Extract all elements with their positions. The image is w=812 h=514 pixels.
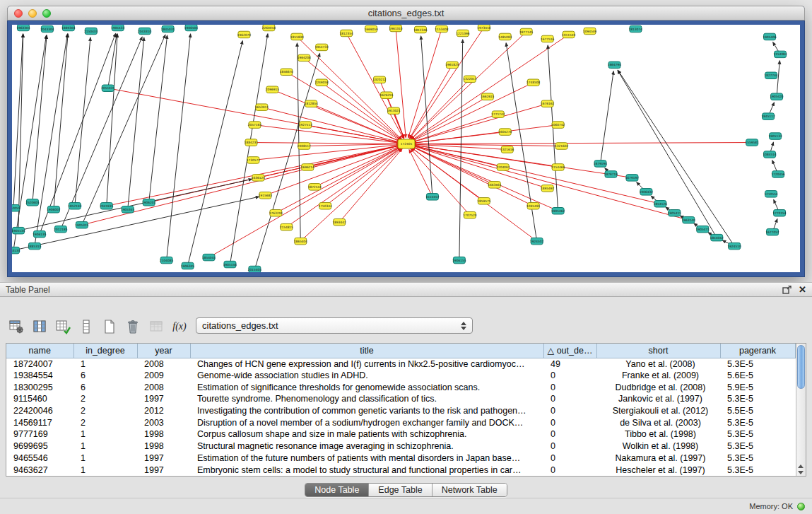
cell-title[interactable]: Embryonic stem cells: a model to study s… <box>190 464 543 476</box>
cell-in_degree[interactable]: 6 <box>73 381 137 393</box>
vertical-scrollbar[interactable] <box>796 344 806 476</box>
cell-name[interactable]: 18724007 <box>6 358 73 370</box>
graph-edge[interactable] <box>413 146 548 188</box>
column-header-title[interactable]: title <box>190 344 543 358</box>
cell-pagerank[interactable]: 5.3E-5 <box>720 393 795 405</box>
cell-year[interactable]: 1997 <box>137 464 190 476</box>
cell-in_degree[interactable]: 1 <box>73 358 137 370</box>
cell-short[interactable]: Franke et al. (2009) <box>596 370 720 382</box>
table-row[interactable]: 1872400712008Changes of HCN gene express… <box>6 358 795 370</box>
scrollbar-thumb[interactable] <box>797 345 805 389</box>
cell-name[interactable]: 14569117 <box>6 416 73 428</box>
cell-out_degree[interactable]: 0 <box>543 428 596 440</box>
panel-resize-handle[interactable] <box>398 278 415 281</box>
cell-name[interactable]: 22420046 <box>6 405 73 417</box>
zoom-window-button[interactable] <box>42 9 51 18</box>
cell-pagerank[interactable]: 5.3E-5 <box>720 440 795 452</box>
tab-network-table[interactable]: Network Table <box>433 484 507 496</box>
cell-short[interactable]: Nakamura et al. (1997) <box>596 452 720 465</box>
cell-pagerank[interactable]: 5.3E-5 <box>720 452 795 465</box>
cell-out_degree[interactable]: 0 <box>543 370 596 382</box>
column-header-in_degree[interactable]: in_degree <box>73 344 137 358</box>
cell-name[interactable]: 9463627 <box>6 464 73 476</box>
delete-table-icon[interactable] <box>124 317 142 336</box>
graph-edge[interactable] <box>188 41 243 266</box>
scrollbar-arrows[interactable] <box>796 465 806 474</box>
cell-in_degree[interactable]: 2 <box>73 416 137 428</box>
float-panel-icon[interactable] <box>782 286 792 294</box>
cell-pagerank[interactable]: 5.3E-5 <box>720 428 795 440</box>
cell-out_degree[interactable]: 49 <box>543 358 596 370</box>
column-header-year[interactable]: year <box>137 344 190 358</box>
graph-edge[interactable] <box>409 150 433 197</box>
cell-short[interactable]: Yano et al. (2008) <box>596 358 720 370</box>
cell-title[interactable]: Disruption of a novel member of a sodium… <box>190 416 543 428</box>
function-builder-icon[interactable]: f(x) <box>170 317 189 336</box>
cell-in_degree[interactable]: 1 <box>73 452 137 465</box>
create-column-icon[interactable] <box>54 317 72 336</box>
cell-name[interactable]: 9699695 <box>6 440 73 452</box>
column-header-name[interactable]: name <box>6 344 73 358</box>
graph-edge[interactable] <box>506 43 537 241</box>
cell-year[interactable]: 2008 <box>137 381 190 393</box>
new-table-icon[interactable] <box>100 317 119 336</box>
table-row[interactable]: 969969511998Structural magnetic resonanc… <box>6 440 795 452</box>
graph-edge[interactable] <box>254 54 319 270</box>
cell-pagerank[interactable]: 5.3E-5 <box>720 416 795 428</box>
graph-edge[interactable] <box>276 147 401 214</box>
cell-in_degree[interactable]: 1 <box>73 464 137 476</box>
scroll-up-icon[interactable] <box>798 465 804 468</box>
graph-edge[interactable] <box>107 34 117 206</box>
cell-out_degree[interactable]: 0 <box>543 393 596 405</box>
table-row[interactable]: 1456911722003Disruption of a novel membe… <box>6 416 795 428</box>
cell-in_degree[interactable]: 1 <box>73 428 137 440</box>
graph-edge[interactable] <box>300 148 401 242</box>
table-row[interactable]: 977716911998Corpus callosum shape and si… <box>6 428 795 440</box>
tab-node-table[interactable]: Node Table <box>305 484 369 496</box>
graph-edge[interactable] <box>412 83 534 141</box>
table-row[interactable]: 946554611997Estimation of the future num… <box>6 452 795 465</box>
cell-year[interactable]: 1998 <box>137 440 190 452</box>
table-row[interactable]: 946362711997Embryonic stem cells: a mode… <box>6 464 795 476</box>
cell-year[interactable]: 1997 <box>137 452 190 465</box>
cell-name[interactable]: 19384554 <box>6 370 73 382</box>
graph-edge[interactable] <box>304 144 400 146</box>
select-rows-icon[interactable] <box>77 317 95 336</box>
scroll-down-icon[interactable] <box>798 471 804 474</box>
table-mode-icon[interactable] <box>7 317 25 336</box>
graph-edge[interactable] <box>410 28 484 139</box>
graph-edge[interactable] <box>411 32 526 139</box>
cell-out_degree[interactable]: 0 <box>543 381 596 393</box>
graph-edge[interactable] <box>339 148 402 222</box>
graph-edge[interactable] <box>253 144 400 160</box>
tab-edge-table[interactable]: Edge Table <box>369 484 432 496</box>
cell-name[interactable]: 9777169 <box>6 428 73 440</box>
network-canvas[interactable]: 1724051964208184667020969151653911205716… <box>12 25 800 272</box>
graph-edge[interactable] <box>167 34 191 260</box>
graph-edge[interactable] <box>777 61 779 97</box>
close-panel-icon[interactable]: ✕ <box>799 285 806 294</box>
cell-name[interactable]: 9465546 <box>6 452 73 465</box>
cell-year[interactable]: 2009 <box>137 370 190 382</box>
cell-year[interactable]: 2012 <box>137 405 190 417</box>
cell-pagerank[interactable]: 5.6E-5 <box>720 370 795 382</box>
graph-edge[interactable] <box>33 35 47 202</box>
cell-year[interactable]: 1997 <box>137 393 190 405</box>
graph-edge[interactable] <box>75 37 90 206</box>
graph-edge[interactable] <box>413 146 661 204</box>
graph-edge[interactable] <box>413 146 689 220</box>
cell-pagerank[interactable]: 5.9E-5 <box>720 381 795 393</box>
cell-title[interactable]: Tourette syndrome. Phenomenology and cla… <box>190 393 543 405</box>
table-row[interactable]: 2242004622012Investigating the contribut… <box>6 405 795 417</box>
graph-edge[interactable] <box>601 71 614 164</box>
table-row[interactable]: 1938455462009Genome-wide association stu… <box>6 370 795 382</box>
cell-in_degree[interactable]: 6 <box>73 370 137 382</box>
cell-out_degree[interactable]: 0 <box>543 416 596 428</box>
window-titlebar[interactable]: citations_edges.txt <box>7 6 805 21</box>
cell-pagerank[interactable]: 5.3E-5 <box>720 464 795 476</box>
cell-title[interactable]: Estimation of significance thresholds fo… <box>190 381 543 393</box>
cell-short[interactable]: Wolkin et al. (1998) <box>596 440 720 452</box>
cell-pagerank[interactable]: 5.3E-5 <box>720 358 795 370</box>
table-row[interactable]: 911546021997Tourette syndrome. Phenomeno… <box>6 393 795 405</box>
cell-short[interactable]: Stergiakouli et al. (2012) <box>596 405 720 417</box>
